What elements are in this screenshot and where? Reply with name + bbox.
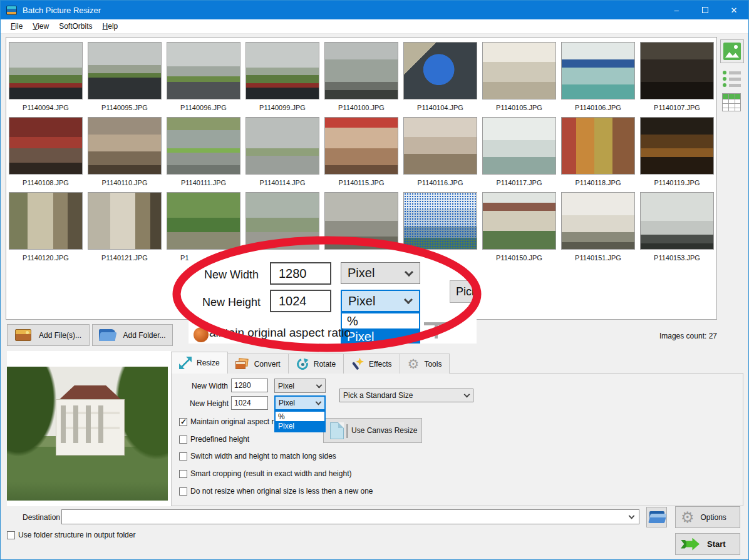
thumbnail-filename: P1140099.JPG xyxy=(259,104,306,111)
thumbnail-item[interactable]: P1140116.JPG xyxy=(401,117,480,192)
maximize-button[interactable] xyxy=(691,1,720,19)
thumbnail-item[interactable]: P1140120.JPG xyxy=(6,192,85,267)
options-button[interactable]: ⚙ Options xyxy=(675,506,740,528)
thumbnail-image[interactable] xyxy=(167,42,240,99)
thumbnail-image[interactable] xyxy=(245,192,319,250)
destination-input[interactable] xyxy=(61,509,639,524)
add-files-button[interactable]: Add File(s)... xyxy=(7,324,90,346)
unit-option-percent[interactable]: % xyxy=(276,412,324,421)
thumbnail-item[interactable]: P1140150.JPG xyxy=(480,192,559,267)
thumbnail-item[interactable]: P1140111.JPG xyxy=(164,117,243,192)
thumbnail-image[interactable] xyxy=(403,117,477,175)
menu-file[interactable]: File xyxy=(6,20,28,33)
thumbnail-item[interactable]: P1140118.JPG xyxy=(559,117,638,192)
thumbnail-item[interactable]: P1140115.JPG xyxy=(322,117,401,192)
magnified-aspect-ratio-text: aintain original aspect ratio xyxy=(209,326,351,340)
thumbnail-image[interactable] xyxy=(482,117,556,175)
checkbox-smart-cropping[interactable]: Smart cropping (result in exact width an… xyxy=(179,469,351,478)
thumbnail-item[interactable]: P1140121.JPG xyxy=(85,192,164,267)
thumbnail-item[interactable]: P1140099.JPG xyxy=(243,42,322,117)
standard-size-combo[interactable]: Pick a Standard Size xyxy=(339,389,473,402)
thumbnail-item[interactable]: P1140100.JPG xyxy=(322,42,401,117)
thumbnail-image[interactable] xyxy=(482,192,556,250)
thumbnail-image[interactable] xyxy=(167,192,240,250)
thumbnail-item[interactable]: P1140104.JPG xyxy=(401,42,480,117)
tab-tools[interactable]: ⚙ Tools xyxy=(400,354,450,374)
checkbox-maintain-aspect[interactable]: Maintain original aspect ratio xyxy=(179,417,286,426)
magnified-unit-option-percent: % xyxy=(342,313,419,328)
thumbnail-item[interactable]: P1140095.JPG xyxy=(85,42,164,117)
thumbnail-image[interactable] xyxy=(561,42,635,99)
thumbnail-image[interactable] xyxy=(167,117,240,175)
chevron-down-icon xyxy=(464,392,470,398)
thumbnail-item[interactable]: P1140108.JPG xyxy=(6,117,85,192)
menubar: File View SoftOrbits Help xyxy=(1,19,748,34)
gear-icon: ⚙ xyxy=(681,510,695,525)
thumbnail-image[interactable] xyxy=(324,192,398,250)
checkbox-icon[interactable] xyxy=(179,452,187,461)
thumbnail-image[interactable] xyxy=(561,117,635,175)
tab-rotate-label: Rotate xyxy=(314,360,336,369)
thumbnail-item[interactable]: P1140110.JPG xyxy=(85,117,164,192)
thumbnail-image[interactable] xyxy=(88,192,162,250)
menu-softorbits[interactable]: SoftOrbits xyxy=(54,20,97,33)
thumbnail-image[interactable] xyxy=(403,42,477,99)
checkbox-icon[interactable] xyxy=(179,435,187,444)
thumbnail-image[interactable] xyxy=(482,42,556,99)
table-view-button[interactable] xyxy=(722,93,741,111)
menu-view[interactable]: View xyxy=(28,20,54,33)
thumbnail-view-button[interactable] xyxy=(720,39,744,63)
thumbnail-item[interactable]: P1140094.JPG xyxy=(6,42,85,117)
thumbnail-image[interactable] xyxy=(324,117,398,175)
thumbnail-item[interactable]: P1140151.JPG xyxy=(559,192,638,267)
thumbnail-item[interactable]: P1140117.JPG xyxy=(480,117,559,192)
thumbnail-image[interactable] xyxy=(9,42,83,99)
new-height-input[interactable]: 1024 xyxy=(231,396,268,410)
use-canvas-resize-button[interactable]: Use Canvas Resize xyxy=(323,418,422,443)
add-folder-button[interactable]: Add Folder... xyxy=(92,324,173,346)
browse-folder-button[interactable] xyxy=(646,507,667,527)
thumbnail-filename: P1140106.JPG xyxy=(575,104,621,111)
thumbnail-image[interactable] xyxy=(9,192,83,250)
menu-help[interactable]: Help xyxy=(98,20,123,33)
unit-option-pixel[interactable]: Pixel xyxy=(276,421,324,431)
thumbnail-image[interactable] xyxy=(245,117,319,175)
thumbnail-item[interactable]: P1140106.JPG xyxy=(559,42,638,117)
thumbnail-image[interactable] xyxy=(640,192,714,250)
new-width-input[interactable]: 1280 xyxy=(231,379,268,392)
list-view-button[interactable] xyxy=(723,71,745,87)
thumbnail-item[interactable]: P1140096.JPG xyxy=(164,42,243,117)
thumbnail-item[interactable]: P1140114.JPG xyxy=(243,117,322,192)
thumbnail-image[interactable] xyxy=(640,117,714,175)
checkbox-switch-width-height[interactable]: Switch width and height to match long si… xyxy=(179,452,336,461)
thumbnail-image[interactable] xyxy=(88,117,162,175)
thumbnail-image[interactable] xyxy=(403,192,477,250)
checkbox-use-folder-structure[interactable]: Use folder structure in output folder xyxy=(7,531,135,539)
thumbnail-image[interactable] xyxy=(245,42,319,99)
checkbox-predefined-height[interactable]: Predefined height xyxy=(179,435,249,444)
height-unit-combo[interactable]: Pixel xyxy=(274,395,326,410)
thumbnail-item[interactable]: P1140153.JPG xyxy=(638,192,716,267)
thumbnail-item[interactable]: P1140105.JPG xyxy=(480,42,559,117)
tab-convert[interactable]: Convert xyxy=(227,354,289,374)
thumbnail-image[interactable] xyxy=(324,42,398,99)
minimize-button[interactable]: – xyxy=(662,1,691,19)
width-unit-combo[interactable]: Pixel xyxy=(274,379,326,393)
thumbnail-image[interactable] xyxy=(640,42,714,99)
thumbnail-image[interactable] xyxy=(561,192,635,250)
checkbox-do-not-resize[interactable]: Do not resize when original size is less… xyxy=(179,487,373,496)
thumbnail-item[interactable]: P1140107.JPG xyxy=(638,42,716,117)
options-label: Options xyxy=(701,513,726,522)
checkbox-icon[interactable] xyxy=(179,470,187,478)
checkbox-icon[interactable] xyxy=(179,487,187,496)
tab-effects[interactable]: Effects xyxy=(343,354,400,374)
tab-rotate[interactable]: Rotate xyxy=(288,354,344,374)
thumbnail-item[interactable]: P1140119.JPG xyxy=(638,117,716,192)
checkbox-checked-icon[interactable] xyxy=(179,418,187,426)
thumbnail-image[interactable] xyxy=(9,117,83,175)
tab-resize[interactable]: Resize xyxy=(171,352,228,374)
start-button[interactable]: Start xyxy=(675,533,740,555)
close-button[interactable]: ✕ xyxy=(720,1,748,19)
thumbnail-image[interactable] xyxy=(88,42,162,99)
checkbox-icon[interactable] xyxy=(7,531,15,539)
